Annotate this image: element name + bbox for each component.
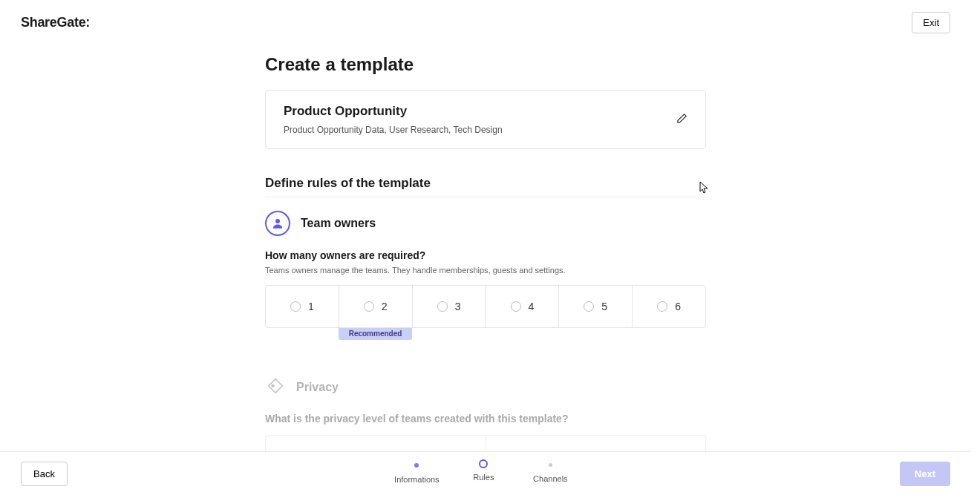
owner-option-1[interactable]: 1 <box>266 286 339 327</box>
template-description: Product Opportunity Data, User Research,… <box>284 125 503 135</box>
owner-option-label: 1 <box>308 301 314 312</box>
step-channels[interactable]: Channels <box>517 463 584 483</box>
brand-logo: ShareGate: <box>21 15 90 30</box>
owner-option-label: 6 <box>675 301 681 312</box>
team-owners-icon <box>265 211 290 236</box>
owner-option-2[interactable]: 2 <box>339 286 413 327</box>
owners-options: 1 2 3 4 5 6 <box>265 285 706 328</box>
radio-icon <box>584 301 594 312</box>
radio-icon <box>290 301 301 312</box>
owners-help: Teams owners manage the teams. They hand… <box>265 266 706 275</box>
radio-icon <box>657 301 667 312</box>
step-label: Rules <box>473 473 494 482</box>
edit-icon[interactable] <box>676 113 687 127</box>
privacy-question: What is the privacy level of teams creat… <box>265 413 706 424</box>
privacy-icon <box>265 376 286 399</box>
template-summary-card: Product Opportunity Product Opportunity … <box>265 90 706 149</box>
recommended-badge: Recommended <box>339 328 412 340</box>
svg-point-1 <box>272 385 274 387</box>
owner-option-label: 3 <box>455 301 461 312</box>
privacy-option-private[interactable]: Private <box>266 436 486 451</box>
next-button[interactable]: Next <box>900 462 950 486</box>
owners-question: How many owners are required? <box>265 249 706 261</box>
privacy-option-public[interactable]: Public <box>486 436 706 451</box>
radio-icon <box>437 301 448 312</box>
footer-bar: Back Informations Rules Channels Next <box>0 451 971 495</box>
page-title: Create a template <box>265 54 706 75</box>
divider <box>265 197 706 197</box>
template-name: Product Opportunity <box>284 104 503 119</box>
owner-option-label: 4 <box>529 301 535 312</box>
back-button[interactable]: Back <box>21 462 68 486</box>
svg-point-0 <box>275 219 280 223</box>
privacy-options: Private Public <box>265 435 706 451</box>
owner-option-label: 5 <box>601 301 607 312</box>
step-label: Informations <box>394 475 440 484</box>
team-owners-title: Team owners <box>301 217 376 230</box>
rules-heading: Define rules of the template <box>265 176 706 191</box>
radio-icon <box>511 301 521 312</box>
exit-button[interactable]: Exit <box>912 12 950 33</box>
owner-option-6[interactable]: 6 <box>633 286 705 327</box>
privacy-title: Privacy <box>296 381 339 394</box>
step-active-icon <box>479 459 488 468</box>
step-dot-icon <box>549 463 552 467</box>
step-rules[interactable]: Rules <box>450 463 517 482</box>
wizard-stepper: Informations Rules Channels <box>383 463 584 484</box>
step-dot-icon <box>414 463 419 468</box>
owner-option-3[interactable]: 3 <box>413 286 486 327</box>
owner-option-5[interactable]: 5 <box>559 286 633 327</box>
step-informations[interactable]: Informations <box>383 463 450 484</box>
radio-icon <box>364 301 374 312</box>
step-label: Channels <box>533 474 567 483</box>
owner-option-label: 2 <box>382 301 388 312</box>
owner-option-4[interactable]: 4 <box>486 286 559 327</box>
